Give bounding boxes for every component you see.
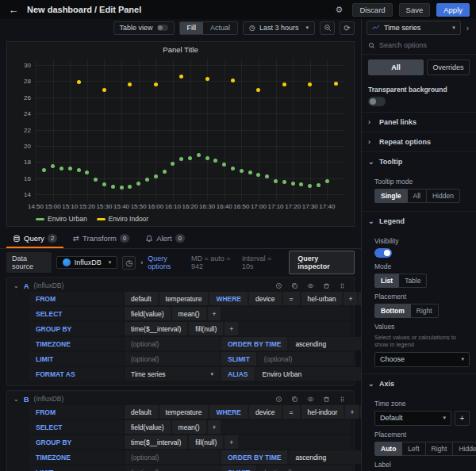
segment-keyword[interactable]: WHERE [209, 405, 248, 419]
discard-button[interactable]: Discard [352, 3, 392, 17]
copy-icon[interactable] [289, 282, 300, 289]
gear-icon[interactable]: ⚙ [332, 4, 347, 16]
tooltip-section-header[interactable]: ⌄ Tooltip [362, 152, 476, 171]
segbtn-auto[interactable]: Auto [374, 442, 402, 456]
drag-handle-icon[interactable] [336, 282, 347, 289]
segment-op[interactable]: = [283, 405, 300, 419]
segbtn-hidden[interactable]: Hidden [453, 442, 476, 456]
segment-optional[interactable]: (optional) [258, 352, 353, 366]
segment-plus[interactable]: + [344, 292, 357, 305]
segment-select[interactable]: Time series [125, 367, 220, 381]
options-search[interactable]: Search options [362, 36, 476, 55]
history-icon[interactable] [273, 396, 284, 403]
legend-visibility-toggle[interactable] [374, 248, 392, 258]
segment-keyword[interactable]: SLIMIT [221, 352, 256, 366]
time-range-picker[interactable]: ◷ Last 3 hours [243, 21, 315, 35]
segment-value[interactable]: fill(null) [189, 322, 223, 335]
segment-keyword[interactable]: ORDER BY TIME [221, 337, 287, 350]
tab-transform[interactable]: ⇄ Transform 0 [67, 231, 136, 248]
legend-item[interactable]: Enviro Indoor [97, 215, 149, 223]
datasource-select[interactable]: InfluxDB [56, 256, 118, 269]
segbtn-right[interactable]: Right [426, 442, 454, 456]
segbtn-single[interactable]: Single [374, 189, 408, 203]
segment-value[interactable]: device [249, 405, 282, 419]
datasource-help-icon[interactable]: ◷ [122, 256, 136, 270]
table-view-switch[interactable] [157, 25, 168, 31]
refresh-icon[interactable]: ⟳ [340, 21, 355, 35]
segment-value[interactable]: device [249, 292, 282, 305]
panel-type-select[interactable]: Time series [367, 21, 461, 35]
segbtn-all[interactable]: All [408, 189, 427, 203]
segment-value[interactable]: field(value) [125, 307, 171, 320]
segbtn-hidden[interactable]: Hidden [427, 189, 460, 203]
segment-keyword[interactable]: ORDER BY TIME [221, 450, 287, 464]
save-button[interactable]: Save [399, 3, 431, 17]
segment-optional[interactable]: (optional) [125, 352, 220, 366]
drag-handle-icon[interactable] [336, 396, 347, 403]
segment-value[interactable]: time($__interval) [125, 435, 187, 449]
segment-plus[interactable]: + [345, 405, 359, 419]
history-icon[interactable] [273, 282, 284, 289]
segment-value[interactable]: default [125, 405, 158, 419]
trash-icon[interactable] [321, 282, 332, 289]
segbtn-list[interactable]: List [374, 274, 399, 288]
query-header-A[interactable]: ⌄A(InfluxDB) [10, 279, 351, 292]
query-options-toggle[interactable]: › Query options MD = auto = 942 Interval… [140, 255, 279, 270]
segment-optional[interactable]: (optional) [125, 450, 220, 464]
add-timezone-button[interactable]: + [455, 411, 470, 426]
segment-plus[interactable]: + [225, 435, 238, 449]
tab-query[interactable]: Query 2 [6, 231, 63, 248]
segment-input[interactable]: Enviro Urban [256, 367, 362, 381]
copy-icon[interactable] [289, 396, 300, 403]
segment-select[interactable]: ascending [289, 450, 361, 464]
segment-value[interactable]: mean() [172, 420, 206, 434]
segment-keyword[interactable]: ALIAS [221, 367, 255, 381]
segment-keyword[interactable]: SLIMIT [221, 465, 256, 471]
transparent-bg-toggle[interactable] [368, 97, 386, 106]
axis-section-header[interactable]: ⌄ Axis [362, 374, 476, 393]
segment-value[interactable]: hel-urban [301, 292, 343, 305]
segment-optional[interactable]: (optional) [125, 337, 220, 350]
fill-button[interactable]: Fill [180, 22, 204, 34]
table-view-toggle[interactable]: Table view [113, 21, 175, 35]
query-inspector-button[interactable]: Query inspector [289, 251, 355, 274]
trash-icon[interactable] [321, 396, 332, 403]
legend-values-select[interactable]: Choose [374, 352, 470, 367]
collapse-sidebar-icon[interactable]: › [464, 24, 471, 33]
segment-value[interactable]: temperature [159, 292, 209, 305]
back-icon[interactable]: ← [6, 4, 21, 16]
tab-overrides[interactable]: Overrides [427, 59, 470, 75]
segbtn-bottom[interactable]: Bottom [374, 304, 411, 318]
segment-plus[interactable]: + [225, 322, 238, 335]
segment-value[interactable]: fill(null) [189, 435, 223, 449]
segment-plus[interactable]: + [208, 307, 221, 320]
legend-section-header[interactable]: ⌄ Legend [362, 212, 476, 231]
segment-select[interactable]: ascending [289, 337, 361, 350]
segment-optional[interactable]: (optional) [125, 465, 220, 471]
axis-timezone-select[interactable]: Default [374, 411, 451, 426]
apply-button[interactable]: Apply [436, 3, 470, 17]
segment-value[interactable]: default [125, 292, 158, 305]
segment-value[interactable]: mean() [172, 307, 206, 320]
segment-plus[interactable]: + [208, 420, 221, 434]
repeat-options-section[interactable]: › Repeat options [362, 132, 476, 152]
segment-op[interactable]: = [283, 292, 300, 305]
segment-keyword[interactable]: WHERE [209, 292, 248, 305]
segbtn-table[interactable]: Table [399, 274, 427, 288]
legend-item[interactable]: Enviro Urban [36, 215, 87, 223]
segment-value[interactable]: hel-indoor [301, 405, 344, 419]
segment-optional[interactable]: (optional) [258, 465, 353, 471]
actual-button[interactable]: Actual [203, 22, 237, 34]
panel-links-section[interactable]: › Panel links [362, 113, 476, 132]
segment-value[interactable]: temperature [159, 405, 209, 419]
zoom-out-icon[interactable] [320, 21, 335, 35]
segment-value[interactable]: field(value) [125, 420, 171, 434]
tab-all[interactable]: All [368, 59, 424, 75]
eye-icon[interactable] [305, 282, 316, 289]
eye-icon[interactable] [305, 396, 316, 403]
segbtn-right[interactable]: Right [411, 304, 439, 318]
segbtn-left[interactable]: Left [402, 442, 425, 456]
segment-value[interactable]: time($__interval) [125, 322, 187, 335]
tab-alert[interactable]: Alert 0 [139, 231, 191, 248]
query-header-B[interactable]: ⌄B(InfluxDB) [10, 392, 351, 405]
